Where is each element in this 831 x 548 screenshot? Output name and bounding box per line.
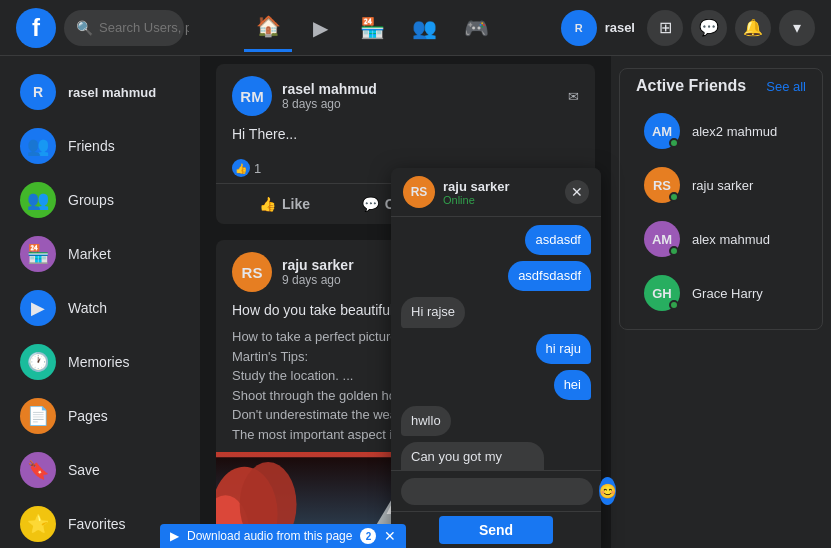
user-avatar: R: [561, 10, 597, 46]
search-icon: 🔍: [76, 20, 93, 36]
friend-1-name: raju sarker: [692, 178, 753, 193]
emoji-btn[interactable]: 😊: [599, 477, 616, 505]
grid-menu-btn[interactable]: ⊞: [647, 10, 683, 46]
sidebar-memories-label: Memories: [68, 354, 129, 370]
chat-input-area: 😊: [391, 470, 601, 511]
chat-input[interactable]: [401, 478, 593, 505]
chat-window: RS raju sarker Online ✕ asdasdf asdfsdas…: [391, 168, 601, 548]
friend-2-avatar: AM: [644, 221, 680, 257]
msg-2: Hi rajse: [401, 297, 465, 327]
msg-4: hei: [554, 370, 591, 400]
online-dot-3: [669, 300, 679, 310]
like-icon: 👍: [232, 159, 250, 177]
chat-messages: asdasdf asdfsdasdf Hi rajse hi raju hei …: [391, 217, 601, 470]
nav-center-icons: 🏠 ▶ 🏪 👥 🎮: [184, 4, 561, 52]
download-banner-badge: 2: [360, 528, 376, 544]
like-btn-1[interactable]: 👍 Like: [224, 188, 345, 220]
save-icon: 🔖: [20, 452, 56, 488]
chat-header: RS raju sarker Online ✕: [391, 168, 601, 217]
market-icon: 🏪: [20, 236, 56, 272]
post-1-header: RM rasel mahmud 8 days ago ✉: [216, 64, 595, 124]
comment-icon: 💬: [362, 196, 379, 212]
sidebar-market-label: Market: [68, 246, 111, 262]
post-1-body: Hi There...: [216, 124, 595, 153]
like-label: Like: [282, 196, 310, 212]
friend-item-2[interactable]: AM alex mahmud: [628, 213, 814, 265]
nav-user-name: rasel: [605, 20, 635, 35]
sidebar-item-friends[interactable]: 👥 Friends: [8, 120, 192, 172]
groups-icon: 👥: [20, 182, 56, 218]
fb-logo: f: [16, 8, 56, 48]
active-friends-title: Active Friends: [636, 77, 746, 95]
nav-right: R rasel ⊞ 💬 🔔 ▾: [561, 10, 815, 46]
sidebar-item-groups[interactable]: 👥 Groups: [8, 174, 192, 226]
right-panel: Active Friends See all AM alex2 mahmud R…: [611, 56, 831, 548]
like-thumb-icon: 👍: [259, 196, 276, 212]
sidebar-groups-label: Groups: [68, 192, 114, 208]
favorites-icon: ⭐: [20, 506, 56, 542]
sidebar-item-profile[interactable]: R rasel mahmud: [8, 66, 192, 118]
friend-0-avatar: AM: [644, 113, 680, 149]
post-1-count: 1: [254, 161, 261, 176]
search-input[interactable]: [99, 20, 189, 35]
download-banner-text: Download audio from this page: [187, 529, 352, 543]
chat-name: raju sarker: [443, 179, 557, 194]
sidebar-profile-avatar: R: [20, 74, 56, 110]
friends-icon: 👥: [20, 128, 56, 164]
notifications-btn[interactable]: 🔔: [735, 10, 771, 46]
post-2-avatar: RS: [232, 252, 272, 292]
post-1-content: Hi There...: [232, 126, 297, 142]
nav-groups-btn[interactable]: 👥: [400, 4, 448, 52]
chat-close-btn[interactable]: ✕: [565, 180, 589, 204]
download-banner-icon: ▶: [170, 529, 179, 543]
friend-item-0[interactable]: AM alex2 mahmud: [628, 105, 814, 157]
active-friends-header: Active Friends See all: [620, 69, 822, 103]
nav-home-btn[interactable]: 🏠: [244, 4, 292, 52]
messenger-btn[interactable]: 💬: [691, 10, 727, 46]
nav-watch-btn[interactable]: ▶: [296, 4, 344, 52]
watch-icon: ▶: [20, 290, 56, 326]
post-1-msg-icon[interactable]: ✉: [568, 89, 579, 104]
top-nav: f 🔍 🏠 ▶ 🏪 👥 🎮 R rasel ⊞ 💬 🔔 ▾: [0, 0, 831, 56]
search-bar: 🔍: [64, 10, 184, 46]
sidebar-pages-label: Pages: [68, 408, 108, 424]
msg-1: asdfsdasdf: [508, 261, 591, 291]
sidebar-item-market[interactable]: 🏪 Market: [8, 228, 192, 280]
sidebar-item-memories[interactable]: 🕐 Memories: [8, 336, 192, 388]
friend-2-name: alex mahmud: [692, 232, 770, 247]
sidebar-item-save[interactable]: 🔖 Save: [8, 444, 192, 496]
sidebar-profile-name: rasel mahmud: [68, 85, 156, 100]
chat-status: Online: [443, 194, 557, 206]
online-dot-2: [669, 246, 679, 256]
friend-item-3[interactable]: GH Grace Harry: [628, 267, 814, 319]
sidebar: R rasel mahmud 👥 Friends 👥 Groups 🏪 Mark…: [0, 56, 200, 548]
friend-3-name: Grace Harry: [692, 286, 763, 301]
msg-6: Can you got my message: [401, 442, 544, 470]
sidebar-item-watch[interactable]: ▶ Watch: [8, 282, 192, 334]
msg-5: hwllo: [401, 406, 451, 436]
sidebar-item-pages[interactable]: 📄 Pages: [8, 390, 192, 442]
post-1-avatar: RM: [232, 76, 272, 116]
download-banner-close[interactable]: ✕: [384, 528, 396, 544]
send-btn[interactable]: Send: [439, 516, 553, 544]
memories-icon: 🕐: [20, 344, 56, 380]
sidebar-friends-label: Friends: [68, 138, 115, 154]
post-1-reaction-count: 👍 1: [232, 159, 261, 177]
send-bar: Send: [391, 511, 601, 548]
nav-gaming-btn[interactable]: 🎮: [452, 4, 500, 52]
see-all-btn[interactable]: See all: [766, 79, 806, 94]
account-menu-btn[interactable]: ▾: [779, 10, 815, 46]
download-banner: ▶ Download audio from this page 2 ✕: [160, 524, 406, 548]
sidebar-favorites-label: Favorites: [68, 516, 126, 532]
online-dot-1: [669, 192, 679, 202]
chat-title: raju sarker Online: [443, 179, 557, 206]
post-1-author: rasel mahmud: [282, 81, 558, 97]
friend-3-avatar: GH: [644, 275, 680, 311]
sidebar-watch-label: Watch: [68, 300, 107, 316]
post-1-time: 8 days ago: [282, 97, 558, 111]
msg-3: hi raju: [536, 334, 591, 364]
friend-item-1[interactable]: RS raju sarker: [628, 159, 814, 211]
nav-marketplace-btn[interactable]: 🏪: [348, 4, 396, 52]
chat-avatar: RS: [403, 176, 435, 208]
friend-1-avatar: RS: [644, 167, 680, 203]
